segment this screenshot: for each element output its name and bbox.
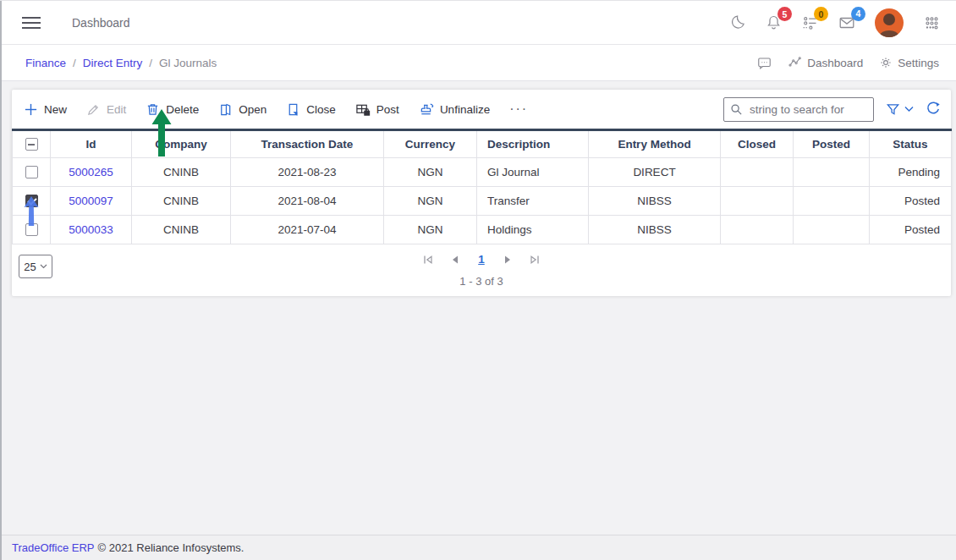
cell-closed [721,187,794,216]
col-header-transaction-date[interactable]: Transaction Date [231,130,384,158]
search-input[interactable] [723,97,874,122]
row-checkbox-2[interactable] [25,223,38,236]
cell-status: Posted [870,216,952,244]
dark-mode-moon-icon[interactable] [728,14,746,32]
table-header-row: Id Company Transaction Date Currency Des… [13,130,952,158]
cell-description: Gl Journal [477,158,589,187]
col-header-posted[interactable]: Posted [794,130,870,158]
stamp-arrow-icon [419,102,434,117]
cell-company: CNINB [132,187,231,216]
cell-company: CNINB [132,158,231,187]
cell-posted [794,158,870,187]
cell-currency: NGN [384,158,477,187]
more-options-ellipsis[interactable]: ··· [509,102,528,117]
post-button[interactable]: Post [355,102,399,117]
breadcrumb-finance[interactable]: Finance [25,57,66,69]
col-header-description[interactable]: Description [477,130,589,158]
new-button[interactable]: New [24,102,67,117]
col-header-company[interactable]: Company [132,130,231,158]
table-row: 5000097 CNINB 2021-08-04 NGN Transfer NI… [13,187,952,216]
open-button[interactable]: Open [218,102,266,117]
row-id-link[interactable]: 5000097 [51,187,132,216]
comments-bubble-icon[interactable] [756,55,772,71]
row-id-link[interactable]: 5000265 [51,158,132,187]
breadcrumb-separator: / [149,57,152,69]
post-grid-lock-icon [355,102,371,117]
page-number[interactable]: 1 [476,253,486,266]
dashboard-action-label: Dashboard [807,57,863,69]
col-header-currency[interactable]: Currency [384,130,477,158]
col-header-closed[interactable]: Closed [721,130,794,158]
next-page-button[interactable] [502,254,514,266]
line-chart-icon [788,55,803,70]
mail-envelope-icon[interactable]: 4 [838,14,856,32]
page-title: Dashboard [72,16,130,30]
bell-badge: 5 [777,7,792,21]
col-header-entry-method[interactable]: Entry Method [589,130,721,158]
search-icon [730,103,743,116]
hamburger-menu-icon[interactable] [22,14,41,32]
grid-toolbar: New Edit Delete Open Close Post Unfinali… [12,90,951,129]
unfinalize-button[interactable]: Unfinalize [419,102,490,117]
settings-action-label: Settings [898,57,939,69]
cell-entry-method: NIBSS [589,187,721,216]
col-header-id[interactable]: Id [51,130,132,158]
cell-transaction-date: 2021-08-23 [231,158,384,187]
cell-company: CNINB [132,216,231,244]
close-button[interactable]: Close [286,102,336,117]
tasks-badge: 0 [814,7,828,21]
breadcrumb-direct-entry[interactable]: Direct Entry [83,57,143,69]
cell-posted [794,187,870,216]
cell-transaction-date: 2021-08-04 [231,187,384,216]
notifications-bell-icon[interactable]: 5 [765,14,783,31]
cell-entry-method: NIBSS [589,216,721,244]
footer-brand-link[interactable]: TradeOffice ERP [12,541,95,554]
cell-status: Pending [870,158,952,187]
previous-page-button[interactable] [449,254,461,266]
cell-description: Holdings [477,216,589,244]
breadcrumb-bar: Finance / Direct Entry / Gl Journals Das… [0,45,956,81]
footer-copyright: © 2021 Reliance Infosystems. [98,541,244,554]
cell-status: Posted [870,187,952,216]
edit-button[interactable]: Edit [86,102,126,117]
last-page-button[interactable] [529,254,541,266]
row-id-link[interactable]: 5000033 [51,216,132,244]
close-doc-icon [286,102,300,117]
apps-grid-icon[interactable] [922,14,941,32]
breadcrumb-separator: / [73,57,76,69]
cell-currency: NGN [384,187,477,216]
tasks-list-icon[interactable]: 0 [801,14,819,31]
cell-transaction-date: 2021-07-04 [231,216,384,244]
col-header-status[interactable]: Status [870,130,952,158]
pagination: 25 1 1 - 3 of 3 [12,244,951,296]
cell-entry-method: DIRECT [589,158,721,187]
table-row: 5000033 CNINB 2021-07-04 NGN Holdings NI… [13,216,952,244]
refresh-icon[interactable] [926,102,941,117]
dashboard-action[interactable]: Dashboard [788,55,863,70]
cell-posted [794,216,870,244]
breadcrumb-current: Gl Journals [159,57,217,69]
gl-journals-table: Id Company Transaction Date Currency Des… [12,129,952,244]
delete-button[interactable]: Delete [146,102,199,117]
window-edge [0,1,2,560]
user-avatar[interactable] [875,8,904,37]
row-checkbox-0[interactable] [25,166,38,178]
gear-icon [878,55,893,70]
topbar: Dashboard 5 0 4 [0,1,956,45]
filter-dropdown[interactable] [886,102,914,117]
open-door-icon [218,102,233,117]
cell-closed [721,216,794,244]
trash-icon [146,102,160,117]
filter-funnel-icon [886,102,900,117]
table-row: 5000265 CNINB 2021-08-23 NGN Gl Journal … [13,158,952,187]
select-all-checkbox[interactable] [25,138,38,151]
mail-badge: 4 [851,7,865,21]
chevron-down-icon [904,106,914,113]
cell-description: Transfer [477,187,589,216]
settings-action[interactable]: Settings [878,55,939,70]
gl-journals-panel: New Edit Delete Open Close Post Unfinali… [12,90,951,296]
first-page-button[interactable] [422,254,434,266]
search-box [723,97,874,122]
pagination-range-text: 1 - 3 of 3 [12,275,951,288]
row-checkbox-1[interactable] [25,195,38,207]
